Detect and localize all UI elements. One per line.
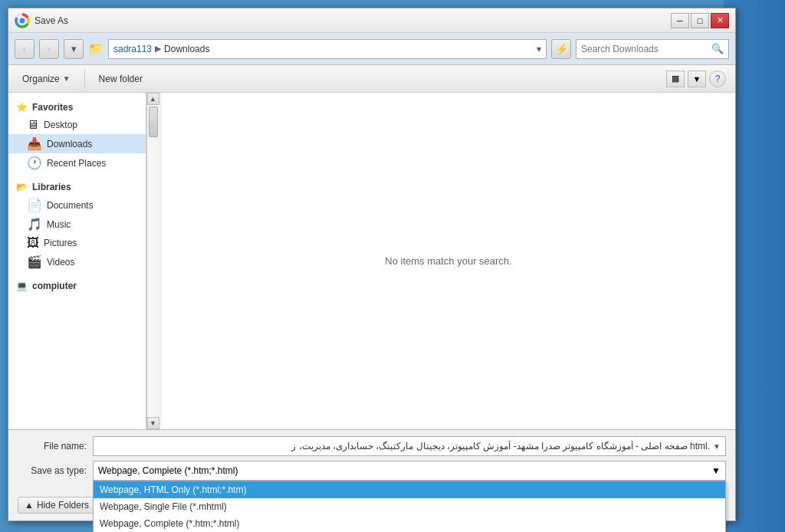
libraries-folder-icon: 📂 xyxy=(16,182,28,192)
sidebar-item-downloads[interactable]: 📥 Downloads xyxy=(8,134,146,153)
folder-icon: 📁 xyxy=(88,41,103,57)
save-type-label: Save as type: xyxy=(18,465,87,476)
hide-folders-label: Hide Folders xyxy=(37,500,89,511)
svg-point-1 xyxy=(20,18,25,23)
desktop-label: Desktop xyxy=(44,120,77,130)
dropdown-option-1[interactable]: Webpage, Single File (*.mhtml) xyxy=(94,498,725,515)
favorites-section: ⭐ Favorites 🖥 Desktop 📥 Downloads 🕐 Rece… xyxy=(8,99,146,172)
breadcrumb: sadra113 ▶ Downloads ▾ xyxy=(108,39,547,59)
close-button[interactable]: ✕ xyxy=(711,13,729,28)
desktop-icon: 🖥 xyxy=(27,118,39,132)
sidebar-item-videos[interactable]: 🎬 Videos xyxy=(8,252,146,271)
new-folder-label: New folder xyxy=(99,74,143,84)
dialog-icon xyxy=(15,13,30,28)
search-box: 🔍 xyxy=(576,39,729,59)
search-input[interactable] xyxy=(581,44,708,54)
title-bar: Save As ─ □ ✕ xyxy=(8,8,735,33)
breadcrumb-sadra[interactable]: sadra113 xyxy=(113,44,152,54)
save-type-selected[interactable]: Webpage, Complete (*.htm;*.html) ▼ xyxy=(93,461,726,481)
view-dropdown-button[interactable]: ▼ xyxy=(688,71,706,87)
back-button[interactable]: ‹ xyxy=(15,39,34,59)
file-name-dropdown[interactable]: ▼ xyxy=(713,442,721,451)
breadcrumb-sep: ▶ xyxy=(155,44,161,54)
search-icon: 🔍 xyxy=(711,43,724,54)
file-name-row: File name: .html صفحه اصلی - آموزشگاه کا… xyxy=(18,436,726,456)
hide-folders-icon: ▲ xyxy=(25,500,34,511)
save-type-row: Save as type: Webpage, Complete (*.htm;*… xyxy=(18,461,726,481)
main-content: ⭐ Favorites 🖥 Desktop 📥 Downloads 🕐 Rece… xyxy=(8,93,735,429)
pictures-label: Pictures xyxy=(44,238,77,248)
maximize-button[interactable]: □ xyxy=(691,13,709,28)
toolbar: Organize ▼ New folder ▦ ▼ ? xyxy=(8,65,735,93)
hide-folders-button[interactable]: ▲ Hide Folders xyxy=(18,497,96,514)
scroll-thumb[interactable] xyxy=(149,107,158,137)
organize-label: Organize xyxy=(22,74,60,84)
libraries-label: Libraries xyxy=(32,182,71,192)
file-area: No items match your search. xyxy=(162,93,735,429)
save-type-value: Webpage, Complete (*.htm;*.html) xyxy=(98,465,238,476)
scroll-down-button[interactable]: ▼ xyxy=(147,417,159,429)
videos-label: Videos xyxy=(47,257,74,268)
favorites-label: Favorites xyxy=(32,102,73,113)
dropdown-option-2[interactable]: Webpage, Complete (*.htm;*.html) xyxy=(94,515,725,532)
sidebar-item-recent-places[interactable]: 🕐 Recent Places xyxy=(8,153,146,172)
dropdown-button[interactable]: ▾ xyxy=(64,39,84,59)
scroll-up-button[interactable]: ▲ xyxy=(147,93,159,105)
documents-icon: 📄 xyxy=(27,198,42,212)
recent-places-icon: 🕐 xyxy=(27,156,42,170)
file-name-value: .html صفحه اصلی - آموزشگاه کامپیوتر صدرا… xyxy=(98,441,710,452)
save-type-arrow: ▼ xyxy=(711,465,721,476)
window-controls: ─ □ ✕ xyxy=(671,13,729,28)
sidebar-item-pictures[interactable]: 🖼 Pictures xyxy=(8,234,146,252)
view-button[interactable]: ▦ xyxy=(666,71,685,87)
bottom-form: File name: .html صفحه اصلی - آموزشگاه کا… xyxy=(8,429,735,491)
help-button[interactable]: ? xyxy=(709,71,726,87)
breadcrumb-downloads: Downloads xyxy=(164,44,209,54)
videos-icon: 🎬 xyxy=(27,255,42,269)
sidebar: ⭐ Favorites 🖥 Desktop 📥 Downloads 🕐 Rece… xyxy=(8,93,146,429)
forward-button[interactable]: › xyxy=(39,39,59,59)
save-type-container: Webpage, Complete (*.htm;*.html) ▼ Webpa… xyxy=(93,461,726,481)
sidebar-item-music[interactable]: 🎵 Music xyxy=(8,215,146,234)
computer-header[interactable]: 💻 compiuter xyxy=(8,277,146,294)
breadcrumb-dropdown-arrow[interactable]: ▾ xyxy=(537,44,541,54)
save-type-dropdown: Webpage, HTML Only (*.html;*.htm) Webpag… xyxy=(93,481,726,532)
organize-dropdown-icon: ▼ xyxy=(63,74,71,83)
music-label: Music xyxy=(47,219,71,230)
file-name-label: File name: xyxy=(18,441,87,452)
sidebar-item-documents[interactable]: 📄 Documents xyxy=(8,195,146,215)
empty-message: No items match your search. xyxy=(385,255,511,267)
refresh-button[interactable]: ⚡ xyxy=(551,39,571,59)
recent-places-label: Recent Places xyxy=(47,158,106,169)
minimize-button[interactable]: ─ xyxy=(671,13,689,28)
file-name-input[interactable]: .html صفحه اصلی - آموزشگاه کامپیوتر صدرا… xyxy=(93,436,726,456)
organize-button[interactable]: Organize ▼ xyxy=(18,71,75,87)
libraries-section: 📂 Libraries 📄 Documents 🎵 Music 🖼 Pictur… xyxy=(8,179,146,271)
toolbar-right: ▦ ▼ ? xyxy=(666,71,726,87)
sidebar-scrollbar: ▲ ▼ xyxy=(146,93,159,429)
pictures-icon: 🖼 xyxy=(27,236,39,250)
computer-section: 💻 compiuter xyxy=(8,277,146,294)
sidebar-item-desktop[interactable]: 🖥 Desktop xyxy=(8,116,146,134)
computer-label: compiuter xyxy=(32,281,77,291)
computer-icon: 💻 xyxy=(16,281,28,291)
new-folder-button[interactable]: New folder xyxy=(94,71,147,87)
music-icon: 🎵 xyxy=(27,217,42,232)
downloads-icon: 📥 xyxy=(27,136,42,151)
address-bar: ‹ › ▾ 📁 sadra113 ▶ Downloads ▾ ⚡ 🔍 xyxy=(8,33,735,65)
libraries-header[interactable]: 📂 Libraries xyxy=(8,179,146,195)
dialog-title: Save As xyxy=(34,15,671,26)
save-as-dialog: Save As ─ □ ✕ ‹ › ▾ 📁 sadra113 ▶ Downloa… xyxy=(8,8,736,521)
toolbar-separator xyxy=(84,70,85,88)
downloads-label: Downloads xyxy=(47,139,92,149)
documents-label: Documents xyxy=(47,200,94,211)
dropdown-option-0[interactable]: Webpage, HTML Only (*.html;*.htm) xyxy=(94,481,725,498)
favorites-header[interactable]: ⭐ Favorites xyxy=(8,99,146,116)
favorites-star-icon: ⭐ xyxy=(16,102,28,113)
